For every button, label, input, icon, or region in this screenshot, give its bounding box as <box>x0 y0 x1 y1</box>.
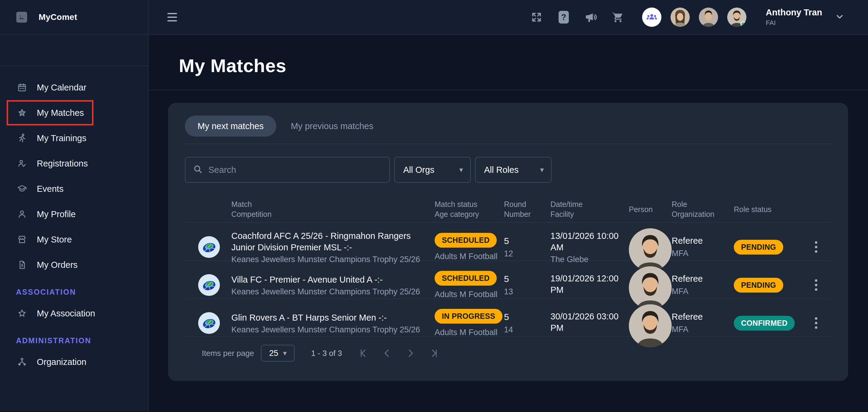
avatar-user-3[interactable] <box>727 7 746 27</box>
round: 5 <box>504 312 550 322</box>
user-org: FAI <box>766 19 822 27</box>
sidebar-item-organization[interactable]: Organization <box>0 349 148 375</box>
sidebar-item-my-orders[interactable]: $ My Orders <box>0 252 148 278</box>
roles-select[interactable]: All Roles▾ <box>475 157 552 183</box>
team-logo <box>198 274 220 296</box>
match-competition: Keanes Jewellers Munster Champions Troph… <box>231 287 435 296</box>
kebab-menu-icon[interactable] <box>807 240 825 255</box>
role-status-badge: CONFIRMED <box>734 316 795 330</box>
sidebar: My Calendar My Matches My Trainings Re <box>0 35 149 411</box>
section-administration: ADMINISTRATION <box>0 326 148 349</box>
org-chart-icon <box>17 357 27 367</box>
match-datetime: 30/01/2026 03:00 PM <box>550 311 629 334</box>
sidebar-item-my-matches[interactable]: My Matches <box>0 100 148 125</box>
match-title: Villa FC - Premier - Avenue United A -:- <box>231 274 435 285</box>
role-organization: MFA <box>672 325 734 334</box>
app-title: MyComet <box>39 12 77 22</box>
role: Referee <box>672 312 734 322</box>
role-organization: MFA <box>672 287 734 296</box>
group-avatar-icon[interactable] <box>642 7 661 27</box>
tab-previous-matches[interactable]: My previous matches <box>291 121 373 131</box>
person-icon <box>17 209 27 219</box>
main-content: My Matches My next matches My previous m… <box>149 35 868 411</box>
runner-icon <box>17 133 27 143</box>
match-facility: The Glebe <box>550 255 629 264</box>
sidebar-item-my-trainings[interactable]: My Trainings <box>0 125 148 151</box>
announcements-icon[interactable] <box>585 11 597 23</box>
invoice-icon: $ <box>17 260 27 270</box>
last-page-icon[interactable] <box>428 347 440 359</box>
previous-page-icon[interactable] <box>381 347 393 359</box>
chevron-down-icon[interactable] <box>835 12 844 22</box>
tabs-divider <box>185 144 831 144</box>
avatar-group <box>642 7 746 27</box>
brand: MyComet <box>0 0 149 34</box>
orgs-select[interactable]: All Orgs▾ <box>394 157 471 183</box>
kebab-menu-icon[interactable] <box>807 315 825 330</box>
sidebar-item-my-profile[interactable]: My Profile <box>0 201 148 227</box>
round-number: 14 <box>504 325 550 335</box>
role-status-badge: PENDING <box>734 278 783 292</box>
role-status-badge: PENDING <box>734 240 783 255</box>
chevron-down-icon: ▾ <box>283 349 286 357</box>
online-status-dot <box>740 22 746 27</box>
match-title: Glin Rovers A - BT Harps Senior Men -:- <box>231 312 435 323</box>
page-range: 1 - 3 of 3 <box>311 349 342 358</box>
sidebar-item-events[interactable]: Events <box>0 176 148 201</box>
star-icon <box>17 108 27 118</box>
role-organization: MFA <box>672 249 734 258</box>
tab-next-matches[interactable]: My next matches <box>185 116 276 137</box>
age-category: Adults M Football <box>435 328 504 337</box>
team-logo <box>198 236 220 258</box>
search-input[interactable] <box>208 165 382 175</box>
match-datetime: 19/01/2026 12:00 PM <box>550 273 629 295</box>
page-size-select[interactable]: 25▾ <box>261 345 294 361</box>
cart-icon[interactable] <box>612 11 624 23</box>
next-page-icon[interactable] <box>405 347 416 359</box>
sidebar-item-my-association[interactable]: My Association <box>0 301 148 326</box>
avatar-user-1[interactable] <box>671 7 690 27</box>
table-row[interactable]: Coachford AFC A 25/26 - Ringmahon Ranger… <box>185 222 831 260</box>
menu-icon[interactable] <box>167 13 177 22</box>
sidebar-item-registrations[interactable]: Registrations <box>0 151 148 176</box>
search-box <box>185 157 390 183</box>
match-competition: Keanes Jewellers Munster Champions Troph… <box>231 255 435 264</box>
sidebar-item-my-calendar[interactable]: My Calendar <box>0 75 148 100</box>
person-check-icon <box>17 159 27 168</box>
round: 5 <box>504 274 550 284</box>
match-status-badge: IN PROGRESS <box>435 309 502 324</box>
table-row[interactable]: Glin Rovers A - BT Harps Senior Men -:- … <box>185 298 831 336</box>
fullscreen-icon[interactable] <box>530 11 542 23</box>
match-status-badge: SCHEDULED <box>435 271 497 286</box>
first-page-icon[interactable] <box>358 347 369 359</box>
round: 5 <box>504 236 550 246</box>
user-menu[interactable]: Anthony Tran FAI <box>766 7 822 27</box>
help-icon[interactable]: ? <box>558 11 570 23</box>
matches-card: My next matches My previous matches All … <box>168 103 848 381</box>
avatar-user-2[interactable] <box>699 7 718 27</box>
team-logo <box>198 312 220 334</box>
star-icon <box>17 309 27 318</box>
round-number: 12 <box>504 249 550 258</box>
person-avatar <box>629 304 672 347</box>
pager-controls <box>358 347 440 359</box>
role: Referee <box>672 274 734 284</box>
table-row[interactable]: Villa FC - Premier - Avenue United A -:-… <box>185 260 831 298</box>
sidebar-item-my-store[interactable]: My Store <box>0 227 148 252</box>
calendar-icon <box>17 83 27 92</box>
search-icon <box>193 164 203 176</box>
match-status-badge: SCHEDULED <box>435 233 497 248</box>
top-bar: MyComet ? <box>0 0 868 35</box>
age-category: Adults M Football <box>435 252 504 261</box>
match-datetime: 13/01/2026 10:00 AM <box>550 230 629 253</box>
match-competition: Keanes Jewellers Munster Champions Troph… <box>231 325 435 335</box>
section-association: ASSOCIATION <box>0 278 148 301</box>
filter-row: All Orgs▾ All Roles▾ <box>185 157 831 183</box>
chevron-down-icon: ▾ <box>459 166 463 174</box>
round-number: 13 <box>504 287 550 296</box>
page-title: My Matches <box>168 55 848 76</box>
age-category: Adults M Football <box>435 290 504 299</box>
kebab-menu-icon[interactable] <box>807 278 825 292</box>
graduation-cap-icon <box>17 184 27 194</box>
storefront-icon <box>17 235 27 244</box>
